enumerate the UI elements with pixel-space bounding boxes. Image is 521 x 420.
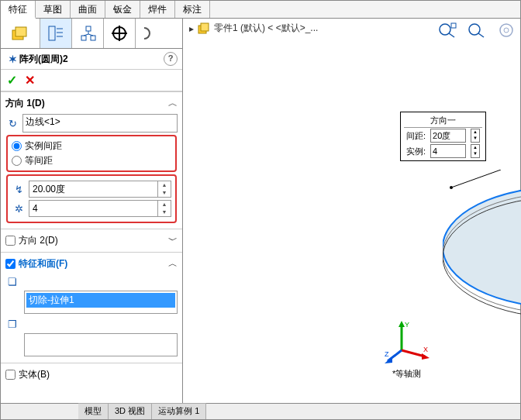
callout-instances-value[interactable]: 4	[430, 144, 466, 158]
breadcrumb: ▸ 零件1 (默认) < <默认>_...	[189, 22, 318, 35]
view-triad[interactable]: Y X Z	[385, 319, 431, 366]
radio-equal-spacing-input[interactable]	[12, 156, 22, 166]
command-tabs: 特征 草图 曲面 钣金 焊件 标注	[1, 1, 520, 19]
face-list-icon: ❐	[5, 317, 19, 331]
svg-marker-45	[422, 353, 430, 360]
feature-list-icon: ❏	[5, 274, 19, 288]
bottom-tab-3dview[interactable]: 3D 视图	[109, 403, 152, 419]
bottom-tab-motion1[interactable]: 运动算例 1	[152, 403, 206, 419]
axis-select[interactable]: 边线<1>	[22, 114, 178, 133]
radio-equal-spacing[interactable]: 等间距	[12, 153, 171, 168]
axis-icon: ↻	[5, 116, 19, 130]
view-toolbar	[433, 19, 520, 42]
angle-icon: ↯	[12, 182, 26, 196]
svg-rect-19	[451, 23, 456, 28]
features-faces-checkbox[interactable]	[5, 259, 16, 269]
tab-weldment[interactable]: 焊件	[140, 1, 175, 18]
callout-spacing-down[interactable]: ▼	[471, 136, 479, 142]
svg-line-18	[449, 33, 454, 37]
svg-marker-43	[399, 321, 405, 327]
callout-title: 方向一	[404, 114, 482, 128]
pm-tab-feature-icon[interactable]	[1, 19, 40, 48]
instances-spinner[interactable]: ▲▼	[29, 200, 171, 217]
pm-tab-dimxpert-icon[interactable]	[104, 19, 136, 48]
panel-direction1-title: 方向 1(D)	[5, 97, 45, 110]
svg-point-22	[500, 24, 512, 36]
bottom-tab-model[interactable]: 模型	[78, 403, 109, 419]
svg-rect-8	[91, 36, 95, 40]
pm-tab-config-icon[interactable]	[72, 19, 104, 48]
view-settings-icon[interactable]	[494, 20, 519, 40]
instances-down[interactable]: ▼	[158, 208, 171, 216]
instances-input[interactable]	[29, 201, 157, 216]
angle-input[interactable]	[29, 181, 157, 197]
radio-instance-spacing-input[interactable]	[12, 141, 22, 151]
callout-spacing-value[interactable]: 20度	[430, 129, 466, 143]
panel-features-faces-title: 特征和面(F)	[19, 257, 67, 270]
panel-solids: 实体(B)	[1, 363, 182, 386]
collapse-icon[interactable]: ︿	[168, 97, 178, 110]
direction2-checkbox[interactable]	[5, 236, 16, 246]
svg-point-20	[469, 24, 480, 35]
callout-instances-label: 实例:	[404, 143, 428, 159]
model-preview: +	[443, 170, 521, 340]
view-orientation-label: *等轴测	[392, 368, 421, 380]
callout-instances-down[interactable]: ▼	[471, 151, 479, 157]
zoom-area-icon[interactable]	[464, 20, 489, 40]
angle-spinner[interactable]: ▲▼	[29, 181, 171, 198]
svg-point-25	[450, 186, 453, 189]
svg-rect-2	[49, 26, 55, 40]
svg-point-17	[440, 24, 450, 35]
pm-title: 阵列(圆周)2	[19, 53, 68, 66]
zoom-fit-icon[interactable]	[435, 20, 460, 40]
radio-instance-spacing[interactable]: 实例间距	[12, 139, 171, 153]
svg-line-24	[451, 170, 501, 188]
panel-direction2: 方向 2(D)﹀	[1, 229, 182, 252]
tab-features[interactable]: 特征	[1, 1, 36, 19]
svg-line-44	[402, 350, 425, 356]
callout-spacing-label: 间距:	[404, 128, 428, 144]
svg-text:Y: Y	[405, 321, 409, 329]
svg-text:Z: Z	[385, 350, 389, 358]
pattern-callout: 方向一 间距:20度▲▼ 实例:4▲▼	[400, 112, 486, 161]
callout-instances-up[interactable]: ▲	[471, 145, 479, 151]
breadcrumb-arrow-icon[interactable]: ▸	[189, 23, 194, 34]
part-icon	[197, 22, 211, 35]
instances-up[interactable]: ▲	[158, 201, 171, 208]
spacing-values-group: ↯ ▲▼ ✲ ▲▼	[6, 174, 177, 223]
instances-icon: ✲	[12, 201, 26, 215]
angle-up[interactable]: ▲	[158, 181, 171, 189]
help-button[interactable]: ?	[164, 52, 178, 66]
panel-solids-title: 实体(B)	[19, 368, 50, 381]
property-manager: ✶ 阵列(圆周)2 ? ✓ ✕ 方向 1(D)︿ ↻ 边线<1> 实例间距 等间…	[1, 19, 183, 403]
svg-rect-7	[81, 36, 86, 40]
spacing-mode-group: 实例间距 等间距	[6, 135, 177, 172]
svg-rect-6	[86, 26, 91, 31]
svg-line-21	[478, 33, 484, 37]
pm-tab-more-icon[interactable]	[136, 19, 160, 48]
tab-annotation[interactable]: 标注	[175, 1, 210, 18]
features-listbox[interactable]: 切除-拉伸1	[24, 291, 178, 314]
svg-point-23	[504, 28, 509, 33]
panel-direction1: 方向 1(D)︿ ↻ 边线<1> 实例间距 等间距 ↯ ▲▼	[1, 91, 182, 229]
breadcrumb-part-name[interactable]: 零件1 (默认) < <默认>_...	[214, 22, 318, 35]
expand-icon[interactable]: ﹀	[168, 234, 178, 247]
faces-listbox[interactable]	[24, 333, 178, 356]
feature-item-cut-extrude1[interactable]: 切除-拉伸1	[26, 293, 175, 308]
svg-point-26	[443, 187, 521, 308]
ok-button[interactable]: ✓	[7, 73, 17, 88]
circular-pattern-icon: ✶	[5, 52, 19, 66]
graphics-view[interactable]: ▸ 零件1 (默认) < <默认>_... 方向一 间距:20度▲▼ 实例:4▲…	[183, 19, 520, 403]
svg-rect-1	[16, 27, 26, 36]
angle-down[interactable]: ▼	[158, 189, 171, 197]
tab-sketch[interactable]: 草图	[36, 1, 71, 18]
pm-tab-propmgr-icon[interactable]	[40, 19, 72, 48]
svg-rect-16	[201, 23, 209, 31]
cancel-button[interactable]: ✕	[25, 73, 35, 88]
collapse-icon[interactable]: ︿	[168, 257, 178, 270]
solids-checkbox[interactable]	[5, 370, 16, 380]
pm-header: ✶ 阵列(圆周)2 ?	[1, 49, 182, 70]
tab-surface[interactable]: 曲面	[71, 1, 105, 18]
callout-spacing-up[interactable]: ▲	[471, 129, 479, 136]
tab-sheetmetal[interactable]: 钣金	[105, 1, 140, 18]
